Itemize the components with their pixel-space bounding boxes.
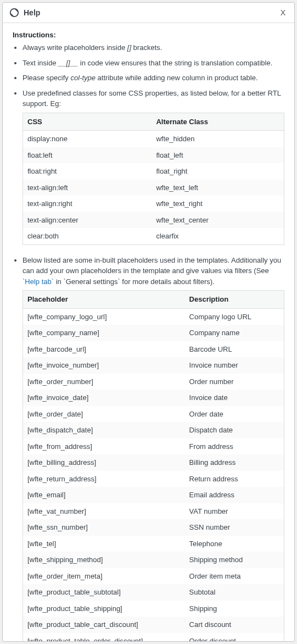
placeholder-cell: [wfte_order_number] xyxy=(23,374,185,390)
text-italic: [] xyxy=(127,43,131,52)
placeholder-cell: [wfte_product_table_subtotal] xyxy=(23,584,185,601)
table-row: [wfte_order_number]Order number xyxy=(23,374,284,390)
placeholders-intro-list: Below listed are some in-built placehold… xyxy=(13,255,284,642)
description-cell: VAT number xyxy=(185,503,284,520)
alt-cell: wfte_text_center xyxy=(152,212,284,229)
description-cell: Order date xyxy=(185,406,284,423)
table-row: [wfte_tel]Telephone xyxy=(23,536,284,552)
description-cell: Invoice number xyxy=(185,357,284,374)
text: attribute while adding new column in pro… xyxy=(96,74,258,82)
placeholder-cell: [wfte_ssn_number] xyxy=(23,519,185,536)
description-cell: Billing address xyxy=(185,454,284,471)
placeholder-cell: [wfte_from_address] xyxy=(23,438,185,455)
description-cell: Company logo URL xyxy=(185,308,284,325)
description-cell: Telephone xyxy=(185,536,284,552)
dialog-body[interactable]: Instructions: Always write placeholders … xyxy=(3,23,294,641)
table-row: float:rightfloat_right xyxy=(23,163,284,180)
dialog-header: Help X xyxy=(3,3,294,23)
table-row: [wfte_from_address]From address xyxy=(23,438,284,455)
table-row: [wfte_email]Email address xyxy=(23,487,284,503)
help-dialog: Help X Instructions: Always write placeh… xyxy=(2,2,295,642)
description-cell: Shipping xyxy=(185,601,284,617)
help-icon xyxy=(9,8,19,18)
table-row: [wfte_barcode_url]Barcode URL xyxy=(23,341,284,358)
description-cell: Return address xyxy=(185,471,284,487)
table-row: text-align:leftwfte_text_left xyxy=(23,180,284,196)
description-cell: Cart discount xyxy=(185,617,284,633)
alt-cell: wfte_hidden xyxy=(152,131,284,147)
table-row: [wfte_invoice_number]Invoice number xyxy=(23,357,284,374)
description-cell: Company name xyxy=(185,325,284,341)
description-cell: Order number xyxy=(185,374,284,390)
text: Text inside xyxy=(23,59,58,67)
table-row: [wfte_order_item_meta]Order item meta xyxy=(23,568,284,585)
css-classes-table: CSS Alternate Class display:nonewfte_hid… xyxy=(23,113,284,245)
list-item: Below listed are some in-built placehold… xyxy=(23,255,284,642)
close-button[interactable]: X xyxy=(278,7,288,18)
table-row: float:leftfloat_left xyxy=(23,147,284,164)
table-row: [wfte_invoice_date]Invoice date xyxy=(23,390,284,406)
table-row: [wfte_shipping_method]Shipping method xyxy=(23,552,284,568)
description-cell: Barcode URL xyxy=(185,341,284,358)
placeholder-cell: [wfte_dispatch_date] xyxy=(23,422,185,438)
table-row: [wfte_vat_number]VAT number xyxy=(23,503,284,520)
table-row: [wfte_dispatch_date]Dispatch date xyxy=(23,422,284,438)
help-tab-link[interactable]: `Help tab` xyxy=(23,277,54,286)
list-item: Text inside __[]__ in code view ensures … xyxy=(23,58,284,69)
placeholder-cell: [wfte_company_name] xyxy=(23,325,185,341)
description-cell: From address xyxy=(185,438,284,455)
placeholder-cell: [wfte_barcode_url] xyxy=(23,341,185,358)
table-row: [wfte_product_table_cart_discount]Cart d… xyxy=(23,617,284,633)
placeholder-cell: [wfte_shipping_method] xyxy=(23,552,185,568)
col-header-css: CSS xyxy=(23,113,152,131)
text-italic: col-type xyxy=(70,74,96,82)
css-cell: float:right xyxy=(23,163,152,180)
alt-cell: wfte_text_right xyxy=(152,196,284,212)
list-item: Please specify col-type attribute while … xyxy=(23,73,284,84)
placeholder-cell: [wfte_tel] xyxy=(23,536,185,552)
description-cell: Invoice date xyxy=(185,390,284,406)
table-row: display:nonewfte_hidden xyxy=(23,131,284,147)
alt-cell: clearfix xyxy=(152,228,284,245)
placeholder-cell: [wfte_product_table_cart_discount] xyxy=(23,617,185,633)
placeholder-cell: [wfte_invoice_number] xyxy=(23,357,185,374)
css-cell: display:none xyxy=(23,131,152,147)
instructions-list: Always write placeholders inside [] brac… xyxy=(13,42,284,245)
text: brackets. xyxy=(131,43,162,52)
description-cell: Order discount xyxy=(185,633,284,642)
css-cell: clear:both xyxy=(23,228,152,245)
dialog-title: Help xyxy=(24,8,278,17)
description-cell: Order item meta xyxy=(185,568,284,585)
text: Use predefined classes for some CSS prop… xyxy=(23,89,281,108)
list-item: Use predefined classes for some CSS prop… xyxy=(23,88,284,245)
css-cell: float:left xyxy=(23,147,152,164)
table-row: [wfte_company_name]Company name xyxy=(23,325,284,341)
description-cell: Shipping method xyxy=(185,552,284,568)
description-cell: Dispatch date xyxy=(185,422,284,438)
css-cell: text-align:left xyxy=(23,180,152,196)
css-cell: text-align:center xyxy=(23,212,152,229)
table-row: [wfte_product_table_shipping]Shipping xyxy=(23,601,284,617)
table-row: text-align:centerwfte_text_center xyxy=(23,212,284,229)
placeholders-table: Placeholder Description [wfte_company_lo… xyxy=(23,290,284,641)
col-header-placeholder: Placeholder xyxy=(23,291,185,309)
table-row: [wfte_product_table_order_discount]Order… xyxy=(23,633,284,642)
placeholder-cell: [wfte_product_table_order_discount] xyxy=(23,633,185,642)
alt-cell: wfte_text_left xyxy=(152,180,284,196)
text: in `General settings` for more details a… xyxy=(54,277,215,286)
description-cell: Subtotal xyxy=(185,584,284,601)
text: Below listed are some in-built placehold… xyxy=(23,256,281,275)
table-row: [wfte_product_table_subtotal]Subtotal xyxy=(23,584,284,601)
col-header-description: Description xyxy=(185,291,284,309)
table-row: text-align:rightwfte_text_right xyxy=(23,196,284,212)
table-row: [wfte_company_logo_url]Company logo URL xyxy=(23,308,284,325)
description-cell: Email address xyxy=(185,487,284,503)
text: Please specify xyxy=(23,74,70,82)
alt-cell: float_right xyxy=(152,163,284,180)
text: Always write placeholders inside xyxy=(23,43,127,52)
placeholder-cell: [wfte_invoice_date] xyxy=(23,390,185,406)
placeholder-cell: [wfte_vat_number] xyxy=(23,503,185,520)
css-cell: text-align:right xyxy=(23,196,152,212)
text: in code view ensures that the string is … xyxy=(78,59,272,67)
placeholder-cell: [wfte_billing_address] xyxy=(23,454,185,471)
